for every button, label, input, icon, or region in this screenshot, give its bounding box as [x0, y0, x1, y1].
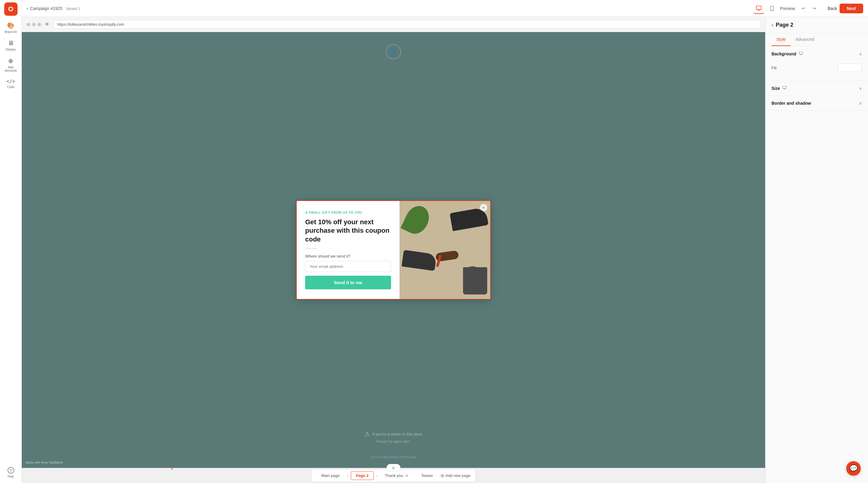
mobile-view-button[interactable]	[767, 3, 778, 14]
watermark: Made with ♥ by OptiMonk	[25, 461, 63, 464]
sidebar-help-label: Help	[7, 475, 14, 478]
chat-button[interactable]: 💬	[846, 461, 861, 476]
browser-dot-3	[37, 23, 41, 26]
background-section-content: Fill	[766, 61, 868, 81]
tab-page-2[interactable]: Page 2	[351, 471, 374, 480]
tab-thank-you[interactable]: Thank you	[380, 472, 414, 480]
browser-dots	[27, 23, 41, 26]
popup-divider	[305, 248, 317, 249]
send-it-button[interactable]: Send it to me	[305, 276, 391, 289]
background-section: Background ∧ Fill	[766, 46, 868, 81]
popup-title: Get 10% off your next purchase with this…	[305, 218, 391, 244]
sidebar-item-brand-kit[interactable]: 🎨 Brand kit	[2, 19, 20, 36]
size-section: Size ∨	[766, 81, 868, 96]
size-section-header[interactable]: Size ∨	[766, 81, 868, 96]
top-bar-actions: Back Next	[828, 4, 863, 13]
popup-wrapper[interactable]: A SMALL GIFT FROM US TO YOU Get 10% off …	[296, 200, 491, 300]
preview-canvas[interactable]: 👤 ⚠ If you're a visitor to this store Pl…	[22, 32, 765, 468]
back-button[interactable]: Back	[828, 6, 837, 11]
browser-dot-2	[32, 23, 36, 26]
campaign-info: Variant 1	[66, 6, 750, 11]
app-logo: O	[4, 2, 18, 16]
sidebar-item-label: Add elements	[4, 66, 18, 72]
back-chevron-icon: ‹	[27, 6, 28, 11]
right-panel-tabs: Style Advanced	[766, 33, 868, 46]
popup-left: A SMALL GIFT FROM US TO YOU Get 10% off …	[297, 201, 400, 299]
border-shadow-chevron-icon: ∨	[859, 101, 862, 105]
preview-label: Preview	[780, 6, 795, 11]
tab-style[interactable]: Style	[772, 33, 790, 46]
preview-area: 👁 https://lolliesandchillies.myshopify.c…	[22, 17, 765, 483]
border-shadow-section-title: Border and shadow	[772, 101, 811, 105]
campaign-title: Campaign #1925	[30, 6, 62, 11]
fill-row: Fill	[772, 64, 862, 72]
border-shadow-section: Border and shadow ∨	[766, 96, 868, 111]
browser-chrome: 👁 https://lolliesandchillies.myshopify.c…	[22, 17, 765, 32]
monitor-icon	[799, 51, 803, 56]
tab-dot-1	[406, 475, 408, 477]
border-shadow-section-header[interactable]: Border and shadow ∨	[766, 96, 868, 111]
sidebar-item-label: Brand kit	[5, 30, 17, 34]
svg-rect-4	[783, 86, 786, 89]
browser-url: https://lolliesandchillies.myshopify.com	[53, 20, 760, 29]
view-controls: Preview	[753, 3, 795, 14]
tab-advanced[interactable]: Advanced	[790, 33, 819, 46]
size-section-title: Size	[772, 86, 787, 91]
brand-kit-icon: 🎨	[7, 22, 14, 29]
add-page-label: Add new page	[445, 473, 471, 478]
tab-arrow-1: ›	[347, 473, 348, 478]
tab-arrow-2: ›	[376, 473, 378, 478]
right-panel-body: Background ∧ Fill	[766, 46, 868, 483]
red-arrow-down: ↓	[170, 462, 174, 472]
back-nav-button[interactable]: ‹ Campaign #1925	[27, 6, 62, 11]
background-section-title: Background	[772, 51, 803, 56]
product-image-placeholder	[400, 201, 490, 299]
sidebar-item-add-elements[interactable]: ⊕ Add elements	[2, 55, 20, 75]
popup-image: ×	[400, 201, 490, 299]
expand-button[interactable]: ∧	[386, 464, 400, 472]
desktop-view-button[interactable]	[753, 3, 764, 14]
size-monitor-icon	[782, 86, 787, 91]
help-icon: ?	[7, 467, 14, 474]
email-field[interactable]	[305, 261, 391, 272]
next-button[interactable]: Next	[840, 4, 863, 13]
code-icon: </>	[6, 79, 15, 84]
redo-button[interactable]: ↪	[810, 4, 819, 13]
sidebar-item-help[interactable]: ? Help	[2, 464, 20, 481]
bg-owner-text: If you're the owner of this store	[371, 455, 416, 459]
tab-main-page[interactable]: Main page	[316, 472, 344, 480]
popup-subtitle: A SMALL GIFT FROM US TO YOU	[305, 211, 391, 214]
bg-person-icon: 👤	[386, 44, 401, 59]
right-panel: ‹ Page 2 Style Advanced Background	[765, 17, 868, 483]
main-area: ‹ Campaign #1925 Variant 1 Preview ↩ ↪ B…	[22, 0, 868, 483]
right-panel-header: ‹ Page 2	[766, 17, 868, 33]
visibility-icon: 👁	[45, 22, 50, 27]
background-chevron-icon: ∧	[859, 52, 862, 56]
tab-teaser[interactable]: Teaser	[416, 472, 438, 480]
undo-redo-controls: ↩ ↪	[799, 4, 819, 13]
browser-dot-1	[27, 23, 30, 26]
svg-rect-0	[756, 6, 761, 9]
panel-back-icon[interactable]: ‹	[772, 22, 773, 28]
fill-color-swatch[interactable]	[838, 64, 862, 72]
panel-title: Page 2	[776, 22, 793, 28]
background-section-header[interactable]: Background ∧	[766, 46, 868, 61]
add-page-button[interactable]: ⊕ Add new page	[440, 473, 471, 479]
bottom-bar: ∧ ↓ Main page › Page 2 › Thank you Tease…	[22, 468, 765, 483]
fill-label: Fill	[772, 66, 777, 70]
bag	[463, 267, 487, 295]
sidebar-item-code[interactable]: </> Code	[2, 76, 20, 91]
sidebar-item-display[interactable]: 🖥 Display	[2, 37, 20, 54]
svg-rect-3	[799, 52, 803, 54]
sidebar-item-label: Code	[7, 85, 14, 89]
bg-store-text: ⚠ If you're a visitor to this store Plea…	[333, 430, 454, 444]
popup-label: Where should we send it?	[305, 254, 391, 259]
campaign-variant: Variant 1	[66, 7, 80, 11]
sidebar-item-label: Display	[6, 48, 16, 51]
popup-modal: A SMALL GIFT FROM US TO YOU Get 10% off …	[297, 201, 490, 299]
size-chevron-icon: ∨	[859, 86, 862, 91]
add-elements-icon: ⊕	[8, 57, 13, 64]
display-icon: 🖥	[8, 40, 14, 47]
left-sidebar: O 🎨 Brand kit 🖥 Display ⊕ Add elements <…	[0, 0, 22, 483]
undo-button[interactable]: ↩	[799, 4, 808, 13]
